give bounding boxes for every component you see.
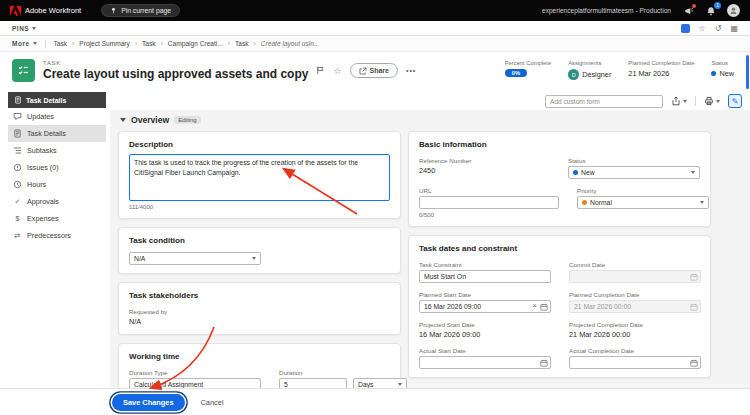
url-char-counter: 0/500: [419, 212, 559, 218]
task-header: TASK Create layout using approved assets…: [0, 52, 750, 92]
announcement-alert-dot: [692, 4, 696, 8]
sidebar-item-updates[interactable]: Updates: [8, 108, 106, 125]
reference-number-value: 2450: [419, 166, 550, 175]
grid-icon[interactable]: ▦: [730, 24, 738, 33]
header-metrics: Percent Complete 0% Assignments D Design…: [505, 60, 734, 80]
print-button[interactable]: [704, 96, 720, 106]
sidebar-item-label: Hours: [27, 180, 46, 189]
task-dates-card: Task dates and constraint Task Constrain…: [408, 235, 711, 378]
section-title: Overview: [131, 115, 169, 125]
assignee-avatar[interactable]: D: [568, 69, 579, 80]
flag-icon[interactable]: [316, 66, 325, 75]
user-avatar[interactable]: [727, 4, 740, 17]
planned-start-date-input[interactable]: [419, 300, 551, 313]
sidebar-item-predecessors[interactable]: ⇄ Predecessors: [8, 227, 106, 244]
metric-assignments: Assignments D Designer: [568, 60, 611, 80]
task-constraint-label: Task Constraint: [419, 261, 551, 268]
sidebar-item-expenses[interactable]: $ Expenses: [8, 210, 106, 227]
task-constraint-input[interactable]: [419, 270, 551, 283]
actual-start-date-input[interactable]: [419, 356, 551, 369]
sidebar-item-hours[interactable]: Hours: [8, 176, 106, 193]
calendar-icon: [690, 303, 698, 311]
requested-by-label: Requested by: [129, 308, 390, 315]
status-field-label: Status: [568, 157, 700, 164]
metric-status: Status New: [711, 60, 734, 80]
sidebar-item-approvals[interactable]: ✓ Approvals: [8, 193, 106, 210]
breadcrumb-item-task-3[interactable]: Task: [235, 40, 249, 47]
save-changes-button[interactable]: Save Changes: [112, 394, 185, 411]
breadcrumb-item-campaign[interactable]: Campaign Creati...: [168, 40, 223, 47]
scrollbar-thumb[interactable]: [746, 55, 749, 89]
reference-number-label: Reference Number: [419, 157, 550, 164]
percent-complete-pill: 0%: [505, 69, 527, 77]
pin-current-page-button[interactable]: Pin current page: [101, 4, 180, 17]
calendar-icon[interactable]: [540, 359, 548, 367]
task-nav: Task Details Updates Task Details Subtas…: [8, 92, 106, 244]
planned-completion-label: Planned Completion Date: [628, 60, 694, 66]
duration-type-input[interactable]: [129, 378, 261, 388]
priority-select[interactable]: Normal: [577, 196, 709, 209]
sidebar-item-subtasks[interactable]: Subtasks: [8, 142, 106, 159]
history-icon[interactable]: ↺: [715, 24, 722, 33]
priority-select-value: Normal: [590, 199, 612, 206]
projected-completion-date-value: 21 Mar 2026 00:00: [569, 330, 700, 339]
brand-label: Adobe Workfront: [25, 6, 81, 15]
status-select[interactable]: New: [568, 166, 700, 179]
pinned-page-icon[interactable]: [681, 24, 690, 33]
collapse-section-icon[interactable]: [120, 118, 126, 122]
breadcrumb-item-task[interactable]: Task: [54, 40, 68, 47]
clear-date-icon[interactable]: ×: [532, 301, 537, 310]
star-icon[interactable]: ☆: [333, 66, 341, 76]
notification-badge: 1: [714, 2, 721, 9]
add-custom-form-input[interactable]: [545, 95, 663, 108]
breadcrumb-item-project-summary[interactable]: Project Summary: [79, 40, 130, 47]
sidebar-item-label: Subtasks: [27, 146, 57, 155]
more-options-button[interactable]: •••: [406, 67, 416, 74]
task-stakeholders-title: Task stakeholders: [129, 291, 390, 300]
chevron-down-icon: [716, 100, 720, 103]
duration-input[interactable]: [279, 378, 347, 388]
clock-icon: [13, 180, 22, 189]
sidebar-item-label: Expenses: [27, 214, 59, 223]
status-dot: [573, 170, 578, 175]
url-input[interactable]: [419, 196, 559, 209]
share-label: Share: [370, 67, 389, 74]
actual-completion-date-input[interactable]: [569, 356, 701, 369]
divider: [695, 96, 696, 106]
sidebar-item-label: Issues (0): [27, 163, 59, 172]
task-dates-title: Task dates and constraint: [419, 244, 700, 253]
notifications-bell-icon[interactable]: 1: [705, 5, 717, 17]
document-icon: [13, 96, 22, 105]
adobe-workfront-brand[interactable]: Adobe Workfront: [10, 6, 81, 16]
star-icon[interactable]: ☆: [699, 24, 706, 33]
basic-information-card: Basic information Reference Number 2450 …: [408, 131, 711, 227]
top-app-bar: Adobe Workfront Pin current page experie…: [0, 0, 750, 21]
breadcrumb-separator: ›: [228, 40, 230, 47]
projected-start-date-value: 16 Mar 2026 09:00: [419, 330, 551, 339]
nav-header-label: Task Details: [26, 97, 66, 104]
chevron-down-icon: [32, 27, 36, 30]
assignments-label: Assignments: [568, 60, 611, 66]
duration-unit-value: Days: [358, 381, 374, 388]
sidebar-item-issues[interactable]: Issues (0): [8, 159, 106, 176]
edit-mode-button[interactable]: ✎: [728, 94, 742, 108]
planned-completion-date-input: [569, 300, 701, 313]
breadcrumb-item-task-2[interactable]: Task: [142, 40, 156, 47]
announcements-icon[interactable]: [683, 5, 695, 17]
task-condition-select[interactable]: N/A: [129, 252, 261, 265]
breadcrumb-separator: ›: [161, 40, 163, 47]
breadcrumb-more-button[interactable]: More: [12, 40, 37, 47]
sidebar-item-task-details[interactable]: Task Details: [8, 125, 106, 142]
description-textarea[interactable]: This task is used to track the progress …: [129, 154, 390, 201]
duration-unit-select[interactable]: Days: [353, 378, 407, 388]
pin-label: Pin current page: [121, 7, 171, 14]
cancel-button[interactable]: Cancel: [201, 398, 224, 407]
task-type-icon: [12, 59, 35, 82]
predecessors-icon: ⇄: [13, 231, 22, 240]
export-button[interactable]: [671, 96, 687, 106]
calendar-icon[interactable]: [540, 303, 548, 311]
calendar-icon[interactable]: [690, 359, 698, 367]
pins-menu-button[interactable]: PINS: [12, 25, 36, 32]
assignee-name: Designer: [582, 70, 611, 79]
share-button[interactable]: Share: [350, 63, 398, 78]
